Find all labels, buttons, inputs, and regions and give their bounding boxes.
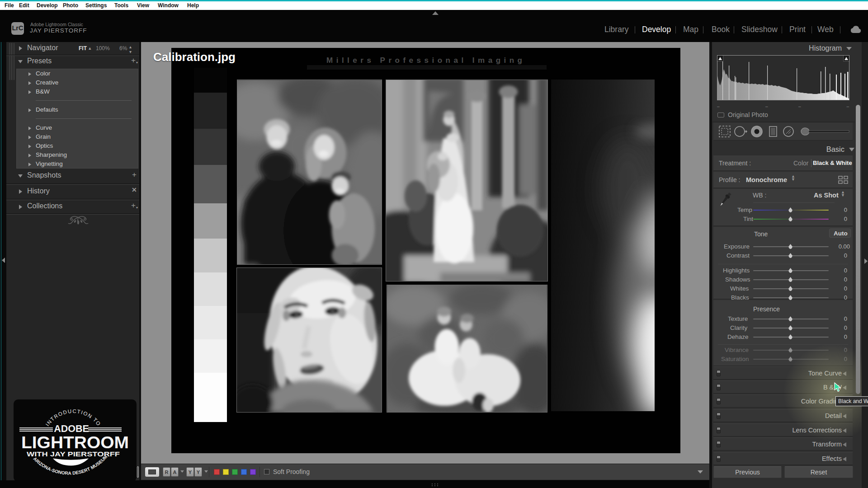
svg-text:ADOBE: ADOBE <box>54 423 89 434</box>
svg-text:LIGHTROOM: LIGHTROOM <box>21 433 129 452</box>
